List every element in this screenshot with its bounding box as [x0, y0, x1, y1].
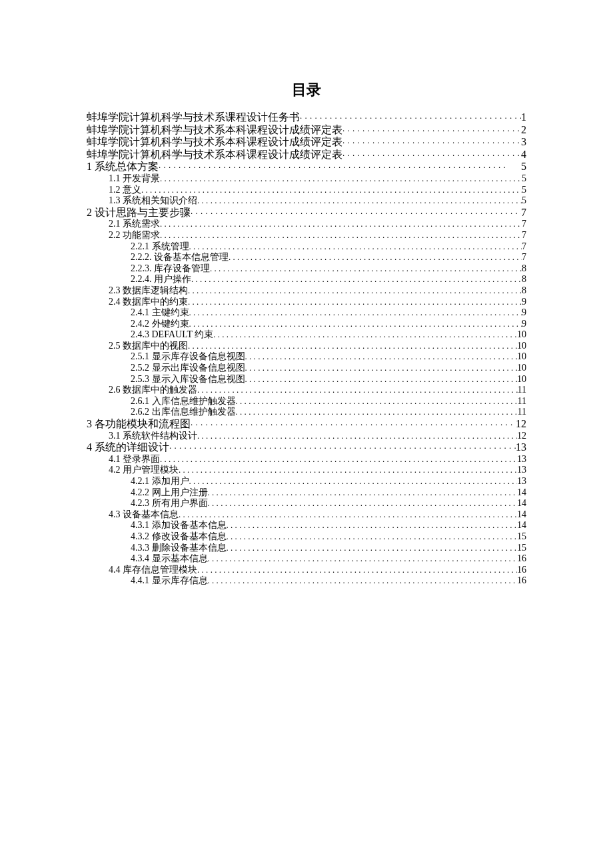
toc-leader — [208, 554, 518, 563]
toc-row: 4 系统的详细设计13 — [87, 442, 526, 453]
toc-row: 蚌埠学院计算机科学与技术系本科课程设计成绩评定表4 — [87, 149, 526, 160]
toc-row: 2.4 数据库中的约束9 — [87, 297, 526, 307]
toc-entry-label: 4.4 库存信息管理模块 — [109, 565, 197, 575]
toc-page-number: 10 — [517, 352, 526, 361]
toc-page-number: 14 — [517, 521, 526, 530]
toc-row: 4.2.2 网上用户注册14 — [87, 488, 526, 497]
toc-entry-label: 蚌埠学院计算机科学与技术系课程设计任务书 — [87, 112, 300, 123]
toc-leader — [160, 455, 517, 463]
toc-leader — [245, 352, 518, 361]
toc-leader — [227, 521, 518, 529]
toc-page-number: 8 — [522, 275, 526, 284]
toc-row: 2.5.3 显示入库设备信息视图10 — [87, 375, 526, 384]
toc-entry-label: 2.5.2 显示出库设备信息视图 — [131, 363, 245, 373]
toc-entry-label: 2.6.1 入库信息维护触发器 — [131, 397, 236, 406]
toc-entry-label: 4.3.2 修改设备基本信息 — [131, 532, 227, 541]
toc-page-number: 10 — [517, 375, 526, 384]
toc-entry-label: 4.3 设备基本信息 — [109, 510, 179, 519]
toc-page-number: 15 — [517, 543, 526, 553]
toc-leader — [169, 443, 516, 452]
toc-page-number: 13 — [517, 465, 526, 475]
toc-row: 4.2.3 所有用户界面14 — [87, 499, 526, 508]
toc-row: 2 设计思路与主要步骤7 — [87, 207, 526, 218]
toc-row: 1 系统总体方案5 — [87, 161, 526, 172]
toc-entry-label: 4.1 登录界面 — [109, 455, 160, 464]
toc-page-number: 7 — [522, 253, 526, 262]
toc-leader — [342, 151, 521, 159]
toc-entry-label: 蚌埠学院计算机科学与技术系本科课程设计成绩评定表 — [87, 149, 342, 160]
toc-page-number: 13 — [516, 442, 526, 453]
toc-row: 2.5.2 显示出库设备信息视图10 — [87, 363, 526, 373]
toc-entry-label: 4 系统的详细设计 — [87, 442, 169, 453]
toc-row: 2.2.3. 库存设备管理8 — [87, 264, 526, 273]
toc-leader — [197, 196, 522, 205]
toc-page-number: 14 — [517, 499, 526, 508]
toc-entry-label: 2 设计思路与主要步骤 — [87, 207, 191, 218]
toc-leader — [208, 499, 518, 507]
toc-entry-label: 4.4.1 显示库存信息 — [131, 576, 208, 585]
toc-entry-label: 4.3.3 删除设备基本信息 — [131, 543, 227, 553]
toc-leader — [160, 174, 522, 183]
toc-leader — [160, 219, 522, 228]
toc-entry-label: 2.2.2. 设备基本信息管理 — [131, 253, 229, 262]
toc-row: 2.2 功能需求7 — [87, 231, 526, 240]
toc-row: 蚌埠学院计算机科学与技术系课程设计任务书1 — [87, 112, 526, 123]
toc-page-number: 12 — [516, 419, 526, 429]
toc-row: 2.4.2 外键约束9 — [87, 319, 526, 329]
toc-page-number: 10 — [517, 330, 526, 339]
toc-leader — [236, 397, 518, 405]
toc-page-number: 7 — [522, 219, 526, 229]
toc-page-number: 5 — [522, 185, 526, 195]
toc-leader — [197, 385, 518, 394]
toc-page-number: 5 — [522, 196, 526, 205]
toc-row: 1.3 系统相关知识介绍5 — [87, 196, 526, 205]
toc-leader — [160, 231, 522, 239]
toc-page-number: 5 — [522, 174, 526, 183]
toc-leader — [189, 477, 518, 485]
toc-entry-label: 1.1 开发背景 — [109, 174, 160, 183]
toc-page-number: 11 — [518, 385, 526, 395]
toc-page-number: 15 — [517, 532, 526, 541]
toc-entry-label: 蚌埠学院计算机科学与技术系本科课程设计成绩评定表 — [87, 137, 342, 147]
toc-leader — [213, 330, 517, 339]
toc-entry-label: 4.2.2 网上用户注册 — [131, 488, 208, 497]
toc-page-number: 14 — [517, 510, 526, 519]
toc-row: 4.2 用户管理模块13 — [87, 465, 526, 475]
toc-leader — [189, 242, 522, 251]
toc-leader — [188, 297, 522, 306]
toc-leader — [141, 185, 522, 194]
toc-page-number: 8 — [522, 264, 526, 273]
toc-leader — [189, 319, 522, 328]
toc-leader — [189, 308, 522, 317]
toc-row: 2.6.2 出库信息维护触发器11 — [87, 407, 526, 417]
toc-leader — [197, 431, 517, 440]
toc-entry-label: 2.1 系统需求 — [109, 219, 160, 229]
toc-row: 2.2.2. 设备基本信息管理7 — [87, 253, 526, 262]
toc-leader — [179, 465, 517, 474]
toc-entry-label: 2.4.2 外键约束 — [131, 319, 189, 329]
toc-entry-label: 2.5 数据库中的视图 — [109, 341, 188, 351]
toc-page-number: 16 — [517, 565, 526, 575]
toc-leader — [208, 576, 518, 585]
toc-page-number: 7 — [522, 242, 526, 251]
toc-page-number: 12 — [517, 431, 526, 441]
toc-leader — [342, 126, 521, 135]
toc-leader — [191, 209, 521, 217]
toc-leader — [191, 275, 522, 283]
toc-row: 4.3.2 修改设备基本信息15 — [87, 532, 526, 541]
toc-entry-label: 2.6 数据库中的触发器 — [109, 385, 197, 395]
toc-page-number: 5 — [521, 161, 526, 172]
toc-row: 2.5 数据库中的视图10 — [87, 341, 526, 351]
toc-page-number: 13 — [517, 477, 526, 486]
toc-row: 2.4.3 DEFAULT 约束10 — [87, 330, 526, 339]
toc-page-number: 2 — [521, 125, 526, 135]
toc-entry-label: 4.2 用户管理模块 — [109, 465, 179, 475]
toc-row: 蚌埠学院计算机科学与技术系本科课程设计成绩评定表3 — [87, 137, 526, 147]
toc-page-number: 10 — [517, 363, 526, 373]
table-of-contents: 蚌埠学院计算机科学与技术系课程设计任务书1蚌埠学院计算机科学与技术系本科课程设计… — [87, 112, 526, 585]
toc-row: 2.2.1 系统管理7 — [87, 242, 526, 251]
toc-leader — [300, 113, 521, 122]
toc-page-number: 7 — [521, 207, 526, 218]
toc-entry-label: 2.2.1 系统管理 — [131, 242, 189, 251]
toc-row: 1.1 开发背景5 — [87, 174, 526, 183]
